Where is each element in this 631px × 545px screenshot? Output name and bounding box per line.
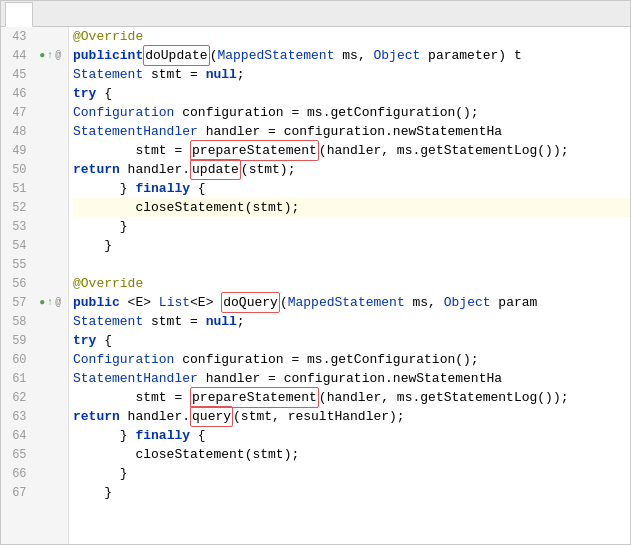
keyword-token: public <box>73 46 120 65</box>
editor-window: 4344●↑@45464748495051525354555657●↑@5859… <box>0 0 631 545</box>
annotation-token: @Override <box>73 274 143 293</box>
line-number: 64 <box>1 429 33 443</box>
code-line: closeStatement(stmt); <box>73 445 630 464</box>
gutter-row: 45 <box>1 65 68 84</box>
annotation-token: @Override <box>73 27 143 46</box>
line-number: 65 <box>1 448 33 462</box>
code-line: return handler.query(stmt, resultHandler… <box>73 407 630 426</box>
file-tab[interactable] <box>5 2 33 27</box>
line-number: 49 <box>1 144 33 158</box>
keyword-token: try <box>73 84 96 103</box>
code-line: @Override <box>73 274 630 293</box>
type-token: Configuration <box>73 350 174 369</box>
method-query: query <box>190 406 233 427</box>
type-token: Statement <box>73 312 143 331</box>
line-number: 44 <box>1 49 33 63</box>
annotation-marker: @ <box>55 50 61 61</box>
line-number: 51 <box>1 182 33 196</box>
type-token: Object <box>444 293 491 312</box>
line-number: 59 <box>1 334 33 348</box>
code-line: return handler.update(stmt); <box>73 160 630 179</box>
breakpoint-marker: ● <box>39 297 45 308</box>
gutter-row: 54 <box>1 236 68 255</box>
line-number: 62 <box>1 391 33 405</box>
gutter-row: 53 <box>1 217 68 236</box>
line-number: 52 <box>1 201 33 215</box>
line-number: 57 <box>1 296 33 310</box>
code-line: } <box>73 483 630 502</box>
line-markers: ●↑@ <box>33 50 68 61</box>
gutter-row: 51 <box>1 179 68 198</box>
run-marker: ↑ <box>47 297 53 308</box>
code-line: closeStatement(stmt); <box>73 198 630 217</box>
code-line: Statement stmt = null; <box>73 312 630 331</box>
line-number: 66 <box>1 467 33 481</box>
gutter-row: 62 <box>1 388 68 407</box>
gutter-row: 47 <box>1 103 68 122</box>
gutter-row: 65 <box>1 445 68 464</box>
line-number: 46 <box>1 87 33 101</box>
gutter-row: 66 <box>1 464 68 483</box>
line-number: 47 <box>1 106 33 120</box>
line-number: 53 <box>1 220 33 234</box>
gutter-row: 59 <box>1 331 68 350</box>
gutter-row: 48 <box>1 122 68 141</box>
code-line: StatementHandler handler = configuration… <box>73 369 630 388</box>
code-line: stmt = prepareStatement(handler, ms.getS… <box>73 141 630 160</box>
line-number: 61 <box>1 372 33 386</box>
keyword-token: return <box>73 160 120 179</box>
gutter-row: 52 <box>1 198 68 217</box>
line-number: 63 <box>1 410 33 424</box>
code-line: } <box>73 464 630 483</box>
gutter-row: 44●↑@ <box>1 46 68 65</box>
line-number: 55 <box>1 258 33 272</box>
breakpoint-marker: ● <box>39 50 45 61</box>
method-doQuery: doQuery <box>221 292 280 313</box>
line-number: 56 <box>1 277 33 291</box>
method-update: update <box>190 159 241 180</box>
type-token: Configuration <box>73 103 174 122</box>
line-number: 58 <box>1 315 33 329</box>
code-content[interactable]: @Override public int doUpdate(MappedStat… <box>69 27 630 544</box>
line-number: 50 <box>1 163 33 177</box>
editor-area: 4344●↑@45464748495051525354555657●↑@5859… <box>1 27 630 544</box>
keyword-finally: finally <box>135 179 190 198</box>
code-line: stmt = prepareStatement(handler, ms.getS… <box>73 388 630 407</box>
line-number: 43 <box>1 30 33 44</box>
gutter-row: 56 <box>1 274 68 293</box>
code-line: Statement stmt = null; <box>73 65 630 84</box>
keyword-token: int <box>120 46 143 65</box>
type-token: Object <box>374 46 421 65</box>
keyword-token: return <box>73 407 120 426</box>
type-token: Statement <box>73 65 143 84</box>
tab-bar <box>1 1 630 27</box>
type-token: MappedStatement <box>217 46 334 65</box>
gutter-row: 61 <box>1 369 68 388</box>
keyword-finally: finally <box>135 426 190 445</box>
gutter-row: 55 <box>1 255 68 274</box>
gutter-row: 58 <box>1 312 68 331</box>
keyword-token: null <box>206 312 237 331</box>
code-line: @Override <box>73 27 630 46</box>
method-prepareStatement: prepareStatement <box>190 387 319 408</box>
gutter-row: 49 <box>1 141 68 160</box>
code-line: try { <box>73 84 630 103</box>
code-line: } <box>73 236 630 255</box>
type-token: StatementHandler <box>73 122 198 141</box>
gutter-row: 64 <box>1 426 68 445</box>
line-number: 45 <box>1 68 33 82</box>
gutter-row: 60 <box>1 350 68 369</box>
gutter-row: 50 <box>1 160 68 179</box>
gutter-row: 67 <box>1 483 68 502</box>
annotation-marker: @ <box>55 297 61 308</box>
line-number: 48 <box>1 125 33 139</box>
keyword-token: try <box>73 331 96 350</box>
gutter-row: 43 <box>1 27 68 46</box>
code-line: StatementHandler handler = configuration… <box>73 122 630 141</box>
method-prepareStatement: prepareStatement <box>190 140 319 161</box>
code-line <box>73 255 630 274</box>
keyword-token: null <box>206 65 237 84</box>
type-token: List <box>159 293 190 312</box>
code-line: Configuration configuration = ms.getConf… <box>73 103 630 122</box>
type-token: MappedStatement <box>288 293 405 312</box>
